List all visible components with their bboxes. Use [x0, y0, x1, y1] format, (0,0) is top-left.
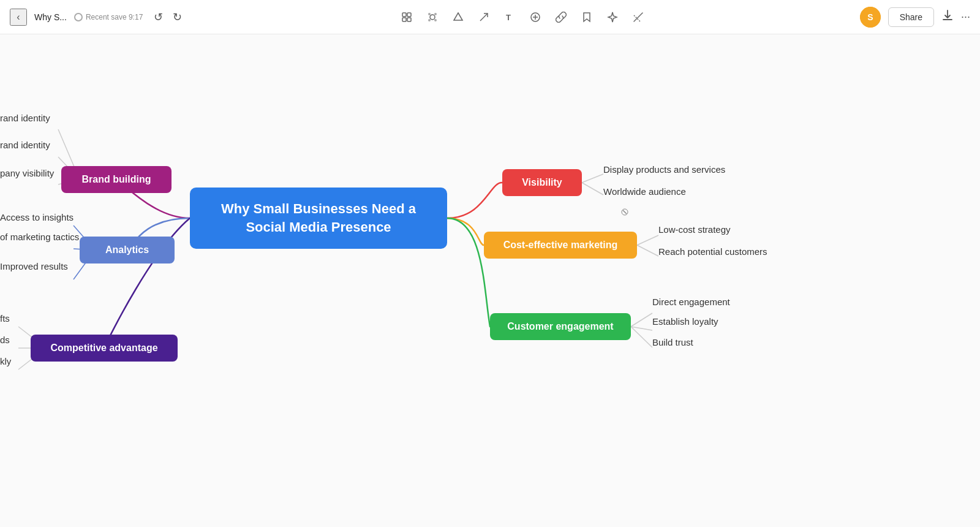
engagement-child-3: Build trust	[652, 337, 693, 347]
visibility-node[interactable]: Visibility	[502, 169, 582, 196]
central-node-label: Why Small Businesses Need a Social Media…	[207, 200, 430, 236]
bookmark-tool[interactable]	[576, 6, 598, 28]
pen-tool[interactable]	[627, 6, 649, 28]
svg-text:T: T	[506, 13, 511, 22]
visibility-label: Visibility	[522, 177, 562, 188]
group-tool[interactable]	[421, 6, 443, 28]
download-button[interactable]	[941, 9, 954, 25]
select-tool[interactable]	[396, 6, 418, 28]
competitive-child-2: ds	[0, 335, 10, 345]
competitive-child-1: fts	[0, 313, 10, 324]
svg-line-22	[631, 313, 652, 327]
svg-rect-2	[402, 18, 406, 21]
visibility-child-2: Worldwide audience	[603, 186, 686, 197]
arrow-tool[interactable]	[473, 6, 495, 28]
svg-point-7	[428, 19, 431, 21]
back-button[interactable]: ‹	[10, 9, 27, 26]
svg-line-21	[637, 245, 658, 256]
svg-text:S: S	[867, 12, 873, 22]
cost-effective-label: Cost-effective marketing	[503, 240, 618, 251]
shape-tool[interactable]	[447, 6, 469, 28]
svg-line-23	[631, 327, 652, 330]
competitive-child-3: kly	[0, 356, 11, 366]
save-info: Recent save 9:17	[74, 13, 143, 21]
canvas[interactable]: Why Small Businesses Need a Social Media…	[0, 34, 980, 527]
link-tool[interactable]	[550, 6, 572, 28]
svg-rect-3	[407, 18, 411, 21]
analytics-child-1: Access to insights	[0, 212, 74, 222]
analytics-child-3: Improved results	[0, 261, 68, 271]
share-button[interactable]: Share	[888, 7, 934, 27]
cost-effective-node[interactable]: Cost-effective marketing	[484, 232, 637, 259]
analytics-node[interactable]: Analytics	[80, 237, 175, 264]
svg-line-19	[582, 183, 603, 195]
svg-line-14	[634, 13, 643, 21]
svg-point-6	[434, 13, 437, 15]
redo-button[interactable]: ↻	[169, 9, 186, 25]
customer-engagement-label: Customer engagement	[507, 321, 613, 332]
header-right: S Share ···	[860, 7, 970, 28]
engagement-child-1: Direct engagement	[652, 297, 730, 307]
cost-child-2: Reach potential customers	[658, 246, 767, 257]
central-node[interactable]: Why Small Businesses Need a Social Media…	[190, 188, 447, 249]
save-label: Recent save 9:17	[86, 13, 143, 21]
analytics-label: Analytics	[105, 245, 149, 256]
svg-line-20	[637, 235, 658, 245]
brand-building-label: Brand building	[82, 174, 151, 185]
doc-title: Why S...	[34, 12, 67, 22]
svg-point-8	[434, 19, 437, 21]
competitive-advantage-label: Competitive advantage	[50, 343, 157, 354]
svg-point-34	[622, 209, 628, 215]
user-avatar: S	[860, 7, 881, 28]
svg-rect-0	[402, 13, 406, 17]
more-options-button[interactable]: ···	[961, 10, 970, 23]
brand-child-2: rand identity	[0, 140, 50, 150]
brand-building-node[interactable]: Brand building	[61, 166, 172, 193]
svg-point-5	[428, 13, 431, 15]
engagement-child-2: Establish loyalty	[652, 316, 718, 327]
add-tool[interactable]	[524, 6, 546, 28]
undo-redo-group: ↺ ↻	[150, 9, 186, 25]
analytics-child-2: of marketing tactics	[0, 232, 79, 242]
svg-line-35	[623, 210, 627, 214]
svg-line-9	[480, 13, 488, 21]
brand-child-1: rand identity	[0, 113, 50, 123]
brand-child-3: pany visibility	[0, 168, 54, 178]
save-dot-icon	[74, 13, 83, 21]
customer-engagement-node[interactable]: Customer engagement	[490, 313, 631, 340]
visibility-child-1: Display products and services	[603, 164, 725, 175]
sparkle-tool[interactable]	[601, 6, 624, 28]
competitive-advantage-node[interactable]: Competitive advantage	[31, 335, 178, 362]
toolbar: T	[396, 6, 649, 28]
header-left: ‹ Why S... Recent save 9:17 ↺ ↻	[10, 9, 186, 26]
svg-point-4	[430, 15, 435, 20]
cost-child-1: Low-cost strategy	[658, 224, 731, 235]
undo-button[interactable]: ↺	[150, 9, 167, 25]
svg-rect-1	[407, 13, 411, 17]
text-tool[interactable]: T	[499, 6, 521, 28]
svg-line-18	[582, 174, 603, 183]
svg-line-24	[631, 327, 652, 347]
